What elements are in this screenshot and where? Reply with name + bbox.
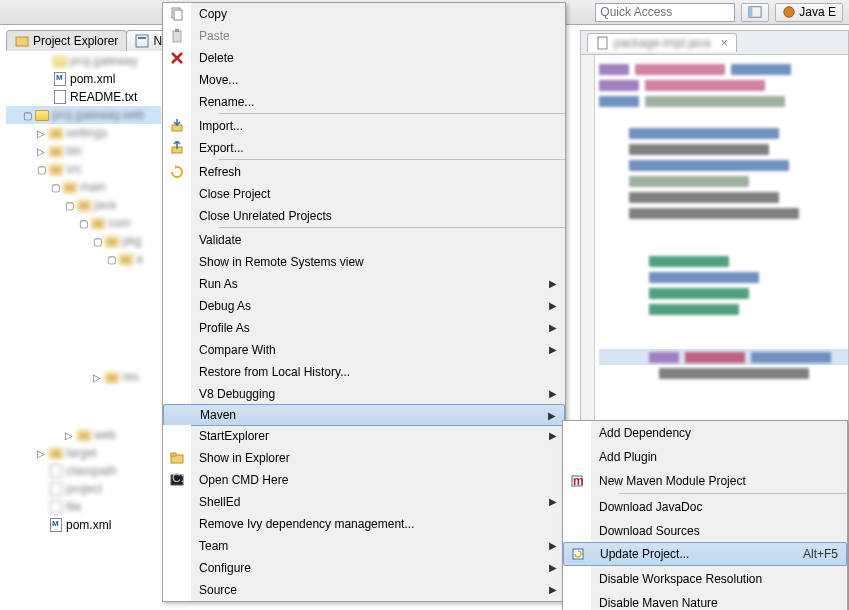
project-explorer-label: Project Explorer [33, 34, 118, 48]
tree-item[interactable]: ▷bin [6, 142, 161, 160]
java-perspective-button[interactable]: Java E [775, 3, 843, 22]
menu-item-open-cmd[interactable]: C:\Open CMD Here [163, 469, 565, 491]
menu-item-v8-debugging[interactable]: V8 Debugging▶ [163, 383, 565, 405]
import-icon [170, 119, 184, 133]
svg-rect-4 [136, 35, 148, 47]
svg-rect-6 [598, 37, 607, 49]
menu-item-show-in-explorer[interactable]: Show in Explorer [163, 447, 565, 469]
menu-item-remote-systems[interactable]: Show in Remote Systems view [163, 251, 565, 273]
menu-item-remove-ivy[interactable]: Remove Ivy dependency management... [163, 513, 565, 535]
tree-item[interactable]: file [6, 498, 161, 516]
open-perspective-button[interactable] [741, 3, 769, 22]
menu-item-team[interactable]: Team▶ [163, 535, 565, 557]
menu-item-debug-as[interactable]: Debug As▶ [163, 295, 565, 317]
submenu-item-disable-maven[interactable]: Disable Maven Nature [563, 591, 847, 610]
menu-item-profile-as[interactable]: Profile As▶ [163, 317, 565, 339]
menu-item-refresh[interactable]: Refresh [163, 161, 565, 183]
terminal-icon: C:\ [170, 473, 184, 487]
paste-icon [170, 29, 184, 43]
export-icon [170, 141, 184, 155]
editor-tab[interactable]: package-impl.java × [587, 33, 737, 52]
tree-item-pom[interactable]: pom.xml [6, 70, 161, 88]
submenu-item-add-plugin[interactable]: Add Plugin [563, 445, 847, 469]
navigator-tree[interactable]: proj.gateway pom.xml README.txt ▢proj.ga… [6, 52, 161, 534]
menu-item-delete[interactable]: Delete [163, 47, 565, 69]
navigator-icon [135, 34, 149, 48]
view-tabs: Project Explorer Na [6, 30, 177, 51]
submenu-arrow-icon: ▶ [549, 562, 557, 573]
svg-rect-14 [171, 453, 176, 456]
svg-rect-8 [174, 10, 182, 20]
context-menu: Copy Paste Delete Move... Rename... Impo… [162, 2, 566, 602]
menu-item-close-unrelated[interactable]: Close Unrelated Projects [163, 205, 565, 227]
quick-access-input[interactable] [595, 3, 735, 22]
submenu-arrow-icon: ▶ [549, 584, 557, 595]
svg-text:C:\: C:\ [172, 473, 184, 485]
tree-item[interactable]: ▷web [6, 426, 161, 444]
shortcut-label: Alt+F5 [803, 547, 838, 561]
submenu-item-disable-workspace[interactable]: Disable Workspace Resolution [563, 567, 847, 591]
tree-item[interactable]: ▢pkg [6, 232, 161, 250]
submenu-arrow-icon: ▶ [549, 278, 557, 289]
submenu-item-download-sources[interactable]: Download Sources [563, 519, 847, 543]
submenu-arrow-icon: ▶ [549, 322, 557, 333]
delete-icon [170, 51, 184, 65]
menu-item-move[interactable]: Move... [163, 69, 565, 91]
submenu-arrow-icon: ▶ [549, 388, 557, 399]
tree-item[interactable]: classpath [6, 462, 161, 480]
file-icon [596, 36, 610, 50]
tree-item-readme[interactable]: README.txt [6, 88, 161, 106]
tree-item[interactable]: ▢a [6, 250, 161, 268]
submenu-item-update-project[interactable]: Update Project...Alt+F5 [563, 542, 847, 566]
maven-module-icon: m [570, 474, 584, 488]
tree-item[interactable]: ▢main [6, 178, 161, 196]
svg-rect-5 [138, 37, 146, 39]
menu-item-import[interactable]: Import... [163, 115, 565, 137]
editor-tab-bar: package-impl.java × [581, 31, 848, 55]
menu-item-run-as[interactable]: Run As▶ [163, 273, 565, 295]
submenu-item-new-maven-module[interactable]: mNew Maven Module Project [563, 469, 847, 493]
menu-item-source[interactable]: Source▶ [163, 579, 565, 601]
project-explorer-tab[interactable]: Project Explorer [6, 30, 127, 51]
submenu-arrow-icon: ▶ [549, 344, 557, 355]
menu-item-rename[interactable]: Rename... [163, 91, 565, 113]
menu-item-validate[interactable]: Validate [163, 229, 565, 251]
menu-item-configure[interactable]: Configure▶ [163, 557, 565, 579]
tree-item[interactable]: ▢java [6, 196, 161, 214]
menu-item-paste: Paste [163, 25, 565, 47]
menu-item-shelled[interactable]: ShellEd▶ [163, 491, 565, 513]
perspective-icon [748, 5, 762, 19]
menu-item-copy[interactable]: Copy [163, 3, 565, 25]
menu-item-start-explorer[interactable]: StartExplorer▶ [163, 425, 565, 447]
submenu-arrow-icon: ▶ [549, 540, 557, 551]
menu-item-restore-history[interactable]: Restore from Local History... [163, 361, 565, 383]
java-perspective-label: Java E [799, 5, 836, 19]
tree-item[interactable]: ▷target [6, 444, 161, 462]
tree-item[interactable]: proj.gateway [6, 52, 161, 70]
tree-item[interactable]: ▢com [6, 214, 161, 232]
close-icon[interactable]: × [721, 36, 728, 50]
tree-item[interactable]: project [6, 480, 161, 498]
tree-item[interactable]: ▷res [6, 368, 161, 386]
project-explorer-icon [15, 34, 29, 48]
editor-body[interactable] [581, 55, 848, 381]
svg-rect-3 [16, 37, 28, 46]
tree-item[interactable]: ▢src [6, 160, 161, 178]
java-icon [782, 5, 796, 19]
editor-tab-label: package-impl.java [614, 36, 711, 50]
menu-item-close-project[interactable]: Close Project [163, 183, 565, 205]
svg-rect-1 [749, 7, 753, 18]
submenu-item-download-javadoc[interactable]: Download JavaDoc [563, 495, 847, 519]
submenu-item-add-dependency[interactable]: Add Dependency [563, 421, 847, 445]
tree-item-pom[interactable]: pom.xml [6, 516, 161, 534]
refresh-icon [170, 165, 184, 179]
menu-item-export[interactable]: Export... [163, 137, 565, 159]
maven-submenu: Add Dependency Add Plugin mNew Maven Mod… [562, 420, 848, 610]
menu-item-compare-with[interactable]: Compare With▶ [163, 339, 565, 361]
tree-item[interactable]: ▢proj.gateway.web [6, 106, 161, 124]
tree-item[interactable]: ▷settings [6, 124, 161, 142]
copy-icon [170, 7, 184, 21]
svg-text:m: m [573, 474, 584, 488]
menu-item-maven[interactable]: Maven▶ [163, 404, 565, 426]
submenu-arrow-icon: ▶ [549, 300, 557, 311]
